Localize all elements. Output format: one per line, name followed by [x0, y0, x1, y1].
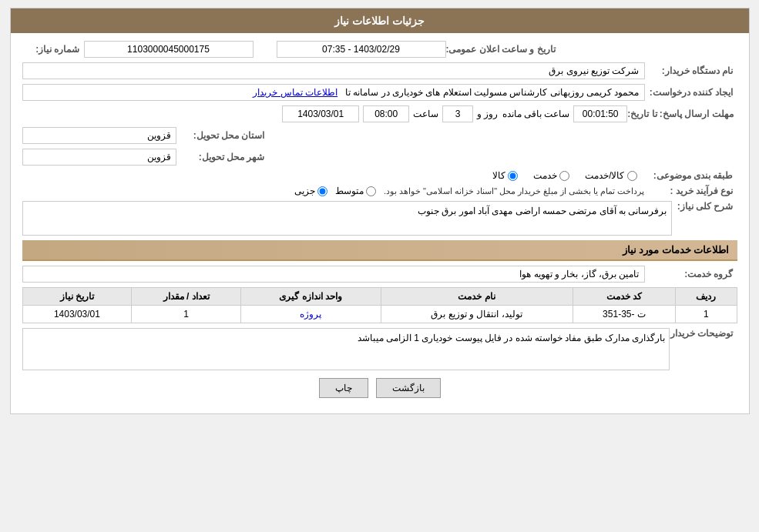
radio-jozi-label: جزیی [294, 186, 315, 196]
content-area: تاریخ و ساعت اعلان عمومی: 1403/02/29 - 0… [11, 33, 749, 413]
radio-kala-khedmat-label: کالا/خدمت [585, 170, 624, 181]
value-namdastgah: شرکت توزیع نیروی برق [22, 62, 645, 79]
radio-motevaset-label: متوسط [335, 186, 364, 196]
td-kod: ت -35-351 [573, 306, 676, 323]
row-ijad: ایجاد کننده درخواست: محمود کریمی روزبهان… [22, 84, 737, 101]
khedmat-section-title: اطلاعات خدمات مورد نیاز [22, 240, 737, 261]
value-shomare: 1103000045000175 [84, 41, 254, 58]
radio-kala-label: کالا [492, 170, 505, 181]
back-button[interactable]: بازگشت [376, 378, 441, 398]
ijad-link[interactable]: اطلاعات تماس خریدار [253, 87, 338, 98]
page-header: جزئیات اطلاعات نیاز [11, 8, 749, 33]
radio-kala-khedmat[interactable]: کالا/خدمت [585, 170, 636, 181]
label-shahr: شهر محل تحویل: [176, 152, 269, 162]
row-nofar: نوع فرآیند خرید : پرداخت تمام یا بخشی از… [22, 186, 737, 196]
radio-jozi[interactable]: جزیی [294, 186, 327, 196]
th-tarikh: تاریخ نیاز [22, 288, 132, 306]
label-namdastgah: نام دستگاه خریدار: [645, 65, 737, 76]
th-vahed: واحد اندازه گیری [241, 288, 381, 306]
radio-khedmat-label: خدمت [533, 170, 557, 181]
radio-motevaset-input[interactable] [366, 186, 376, 196]
mohlat-date-value: 1403/03/01 [282, 105, 359, 122]
label-grouh: گروه خدمت: [645, 269, 737, 279]
page-container: جزئیات اطلاعات نیاز تاریخ و ساعت اعلان ع… [10, 8, 750, 414]
value-tazih: بارگذاری مدارک طبق مفاد خواسته شده در فا… [22, 328, 670, 370]
th-tedad: تعداد / مقدار [132, 288, 241, 306]
td-tarikh: 1403/03/01 [22, 306, 132, 323]
td-tedad: 1 [132, 306, 241, 323]
label-mohlat: مهلت ارسال پاسخ: تا تاریخ: [627, 109, 737, 119]
mohlat-roz-label: روز و [477, 109, 498, 119]
row-ostan: استان محل تحویل: قزوین [22, 127, 737, 144]
value-grouh: تامین برق، گاز، بخار و تهویه هوا [22, 266, 645, 283]
radio-khedmat[interactable]: خدمت [533, 170, 569, 181]
label-ostan: استان محل تحویل: [176, 130, 269, 141]
mohlat-saat-value: 08:00 [363, 105, 409, 122]
radio-kala[interactable]: کالا [492, 170, 518, 181]
label-tazih: توضیحات خریدار: [673, 328, 737, 339]
label-tarikh: تاریخ و ساعت اعلان عمومی: [446, 44, 559, 55]
row-mohlat: مهلت ارسال پاسخ: تا تاریخ: 00:01:50 ساعت… [22, 105, 737, 122]
print-button[interactable]: چاپ [319, 378, 368, 398]
td-nam: تولید، انتقال و توزیع برق [381, 306, 573, 323]
sharh-section: شرح کلی نیاز: برفرسانی به آقای مرتضی حمس… [22, 201, 737, 236]
label-shomare: شماره نیاز: [22, 44, 84, 55]
row-tabaghe: طبقه بندی موضوعی: کالا/خدمت خدمت کالا [22, 170, 737, 181]
row-namdastgah: نام دستگاه خریدار: شرکت توزیع نیروی برق [22, 62, 737, 79]
tazih-section: توضیحات خریدار: بارگذاری مدارک طبق مفاد … [22, 328, 737, 370]
td-radif: 1 [676, 306, 737, 323]
th-radif: ردیف [676, 288, 737, 306]
purchase-note: پرداخت تمام یا بخشی از مبلغ خریدار محل "… [384, 186, 645, 196]
row-shahr: شهر محل تحویل: قزوین [22, 149, 737, 166]
row-shomara-tarikh: تاریخ و ساعت اعلان عمومی: 1403/02/29 - 0… [22, 41, 737, 58]
label-sharh: شرح کلی نیاز: [676, 201, 737, 212]
td-vahed: پروژه [241, 306, 381, 323]
row-grouh: گروه خدمت: تامین برق، گاز، بخار و تهویه … [22, 266, 737, 283]
value-shahr: قزوین [22, 149, 176, 166]
label-nofar: نوع فرآیند خرید : [645, 186, 737, 196]
mohlat-saat-label: ساعت [413, 109, 438, 119]
label-tabaghe: طبقه بندی موضوعی: [645, 170, 737, 181]
mohlat-roz-value: 3 [442, 105, 473, 122]
radio-kala-khedmat-input[interactable] [627, 171, 637, 181]
value-ostan: قزوین [22, 127, 176, 144]
value-sharh: برفرسانی به آقای مرتضی حمسه اراضی مهدی آ… [22, 201, 672, 236]
radio-khedmat-input[interactable] [559, 171, 569, 181]
th-kod: کد خدمت [573, 288, 676, 306]
mohlat-remaining-value: 00:01:50 [573, 105, 627, 122]
button-row: بازگشت چاپ [22, 378, 737, 406]
mohlat-remaining-label: ساعت باقی مانده [502, 109, 570, 119]
services-table: ردیف کد خدمت نام خدمت واحد اندازه گیری ت… [22, 287, 737, 323]
radio-kala-input[interactable] [508, 171, 518, 181]
value-tarikh: 1403/02/29 - 07:35 [277, 41, 446, 58]
label-ijad: ایجاد کننده درخواست: [645, 87, 737, 98]
table-row: 1 ت -35-351 تولید، انتقال و توزیع برق پر… [22, 306, 737, 323]
radio-motevaset[interactable]: متوسط [335, 186, 376, 196]
value-ijad: محمود کریمی روزبهانی کارشناس مسولیت استع… [22, 84, 645, 101]
th-nam: نام خدمت [381, 288, 573, 306]
ijad-text: محمود کریمی روزبهانی کارشناس مسولیت استع… [345, 87, 639, 98]
page-title: جزئیات اطلاعات نیاز [334, 15, 425, 27]
radio-jozi-input[interactable] [317, 186, 327, 196]
